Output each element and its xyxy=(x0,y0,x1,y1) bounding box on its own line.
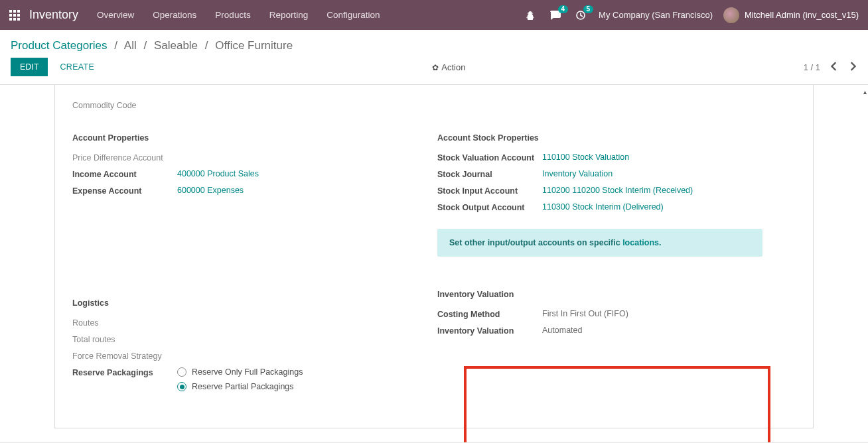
menu-products[interactable]: Products xyxy=(215,10,250,20)
action-label: Action xyxy=(441,62,465,72)
create-button[interactable]: CREATE xyxy=(60,62,94,72)
logistics-title: Logistics xyxy=(72,298,431,308)
stock-output-account-label: Stock Output Account xyxy=(437,202,542,212)
account-properties-title: Account Properties xyxy=(72,133,431,143)
reserve-full-option[interactable]: Reserve Only Full Packagings xyxy=(177,367,303,377)
app-title[interactable]: Inventory xyxy=(29,8,78,22)
commodity-code-label: Commodity Code xyxy=(72,100,177,110)
costing-method-value: First In First Out (FIFO) xyxy=(542,309,628,318)
breadcrumb-row: Product Categories / All / Saleable / Of… xyxy=(0,30,868,58)
radio-icon xyxy=(177,367,186,377)
menu-configuration[interactable]: Configuration xyxy=(326,10,380,20)
price-diff-label: Price Difference Account xyxy=(72,153,177,162)
apps-icon[interactable] xyxy=(9,10,20,21)
main-menu: Overview Operations Products Reporting C… xyxy=(97,10,380,20)
topbar-right: 4 5 My Company (San Francisco) Mitchell … xyxy=(523,7,859,23)
force-removal-label: Force Removal Strategy xyxy=(72,351,177,361)
edit-button[interactable]: EDIT xyxy=(11,58,48,76)
reserve-full-label: Reserve Only Full Packagings xyxy=(192,367,303,377)
costing-method-label: Costing Method xyxy=(437,309,542,319)
inventory-valuation-field-label: Inventory Valuation xyxy=(437,326,542,336)
activity-icon[interactable]: 5 xyxy=(573,8,588,23)
pager-prev[interactable] xyxy=(830,59,839,76)
user-menu[interactable]: Mitchell Admin (inv_cost_v15) xyxy=(723,7,859,23)
breadcrumb: Product Categories / All / Saleable / Of… xyxy=(11,39,293,52)
inventory-valuation-title: Inventory Valuation xyxy=(437,290,796,299)
activity-badge: 5 xyxy=(583,5,594,13)
reserve-packagings-label: Reserve Packagings xyxy=(72,367,177,377)
income-account-value[interactable]: 400000 Product Sales xyxy=(177,169,259,178)
avatar xyxy=(723,7,739,23)
reserve-partial-option[interactable]: Reserve Partial Packagings xyxy=(177,382,303,391)
stock-input-account-value[interactable]: 110200 110200 Stock Interim (Received) xyxy=(542,186,693,195)
user-name: Mitchell Admin (inv_cost_v15) xyxy=(745,10,859,20)
company-switcher[interactable]: My Company (San Francisco) xyxy=(599,10,713,20)
stock-valuation-account-value[interactable]: 110100 Stock Valuation xyxy=(542,153,629,162)
action-dropdown[interactable]: ✿Action xyxy=(432,62,465,72)
stock-output-account-value[interactable]: 110300 Stock Interim (Delivered) xyxy=(542,202,664,212)
info-alert: Set other input/output accounts on speci… xyxy=(437,229,762,257)
action-bar: EDIT CREATE ✿Action 1 / 1 xyxy=(0,58,868,84)
messaging-badge: 4 xyxy=(558,5,569,13)
info-suffix: . xyxy=(659,238,661,247)
income-account-label: Income Account xyxy=(72,169,177,179)
account-stock-properties-title: Account Stock Properties xyxy=(437,133,796,143)
crumb-root[interactable]: Product Categories xyxy=(11,39,108,52)
pager-next[interactable] xyxy=(848,59,857,76)
menu-operations[interactable]: Operations xyxy=(153,10,196,20)
menu-overview[interactable]: Overview xyxy=(97,10,134,20)
info-text: Set other input/output accounts on speci… xyxy=(449,238,622,247)
expense-account-label: Expense Account xyxy=(72,186,177,196)
expense-account-value[interactable]: 600000 Expenses xyxy=(177,186,244,195)
stock-input-account-label: Stock Input Account xyxy=(437,186,542,196)
locations-link[interactable]: locations xyxy=(622,238,659,247)
debug-icon[interactable] xyxy=(523,8,538,23)
top-navbar: Inventory Overview Operations Products R… xyxy=(0,0,868,30)
crumb-current: Office Furniture xyxy=(215,39,293,52)
routes-label: Routes xyxy=(72,318,177,328)
stock-journal-label: Stock Journal xyxy=(437,169,542,179)
messaging-icon[interactable]: 4 xyxy=(548,8,563,23)
total-routes-label: Total routes xyxy=(72,334,177,344)
reserve-partial-label: Reserve Partial Packagings xyxy=(192,382,294,391)
stock-valuation-account-label: Stock Valuation Account xyxy=(437,153,542,162)
pager-text: 1 / 1 xyxy=(804,62,820,72)
scroll-up-icon: ▴ xyxy=(863,88,867,95)
gear-icon: ✿ xyxy=(432,63,439,72)
inventory-valuation-value: Automated xyxy=(542,326,582,335)
radio-icon xyxy=(177,382,186,391)
pager: 1 / 1 xyxy=(804,59,857,76)
form-sheet: Commodity Code Account Properties Price … xyxy=(54,85,814,428)
stock-journal-value[interactable]: Inventory Valuation xyxy=(542,169,613,178)
menu-reporting[interactable]: Reporting xyxy=(269,10,309,20)
crumb-seg1: All xyxy=(124,39,137,52)
crumb-seg2: Saleable xyxy=(154,39,198,52)
